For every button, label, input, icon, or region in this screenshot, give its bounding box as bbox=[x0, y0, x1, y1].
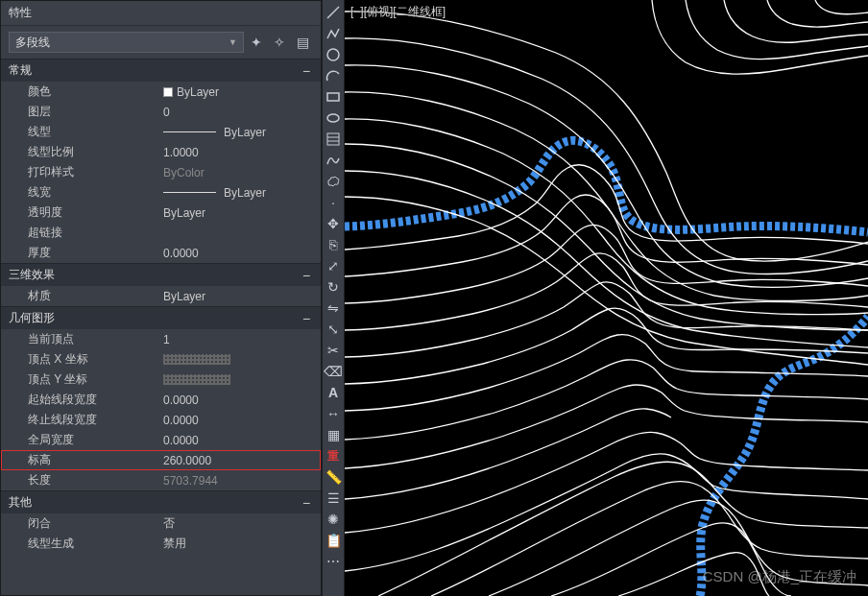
label-current-vertex: 当前顶点 bbox=[1, 331, 159, 347]
cat-general-label: 常规 bbox=[9, 62, 32, 79]
row-global-width[interactable]: 全局宽度 0.0000 bbox=[1, 430, 321, 450]
value-lineweight: ByLayer bbox=[159, 186, 321, 200]
value-color: ByLayer bbox=[159, 85, 321, 99]
label-transparency: 透明度 bbox=[1, 204, 159, 221]
chevron-down-icon: ▼ bbox=[229, 37, 237, 47]
tool-hatch-icon[interactable] bbox=[323, 129, 344, 150]
row-hyperlink[interactable]: 超链接 bbox=[1, 223, 321, 243]
svg-point-1 bbox=[327, 49, 339, 60]
cat-effect3d[interactable]: 三维效果 − bbox=[1, 263, 321, 286]
row-start-width[interactable]: 起始线段宽度 0.0000 bbox=[1, 390, 321, 410]
label-elevation: 标高 bbox=[1, 452, 159, 468]
label-end-width: 终止线段宽度 bbox=[1, 412, 159, 428]
quick-select-icon[interactable]: ✦ bbox=[246, 32, 267, 53]
svg-rect-4 bbox=[327, 133, 339, 145]
tool-table-icon[interactable]: ▦ bbox=[323, 424, 344, 445]
row-length[interactable]: 长度 5703.7944 bbox=[1, 470, 321, 490]
tool-trim-icon[interactable]: ✂ bbox=[323, 340, 344, 361]
tool-move-icon[interactable]: ✥ bbox=[323, 213, 344, 234]
cat-effect3d-label: 三维效果 bbox=[9, 267, 55, 283]
row-vertex-x[interactable]: 顶点 X 坐标 bbox=[1, 349, 321, 370]
tool-spline-icon[interactable] bbox=[323, 150, 344, 171]
row-material[interactable]: 材质 ByLayer bbox=[1, 286, 321, 306]
label-layer: 图层 bbox=[1, 104, 159, 120]
tool-extra-icon[interactable]: ⋯ bbox=[323, 551, 344, 572]
value-start-width: 0.0000 bbox=[159, 393, 321, 407]
value-transparency: ByLayer bbox=[159, 206, 321, 220]
label-lineweight: 线宽 bbox=[1, 184, 159, 201]
row-thickness[interactable]: 厚度 0.0000 bbox=[1, 243, 321, 263]
tool-dimension-icon[interactable]: ↔ bbox=[323, 403, 344, 424]
tool-revcloud-icon[interactable] bbox=[323, 171, 344, 192]
minus-icon: − bbox=[300, 311, 313, 326]
row-ltgen[interactable]: 线型生成 禁用 bbox=[1, 534, 321, 554]
cat-geometry-label: 几何图形 bbox=[9, 310, 55, 326]
label-plotstyle: 打印样式 bbox=[1, 164, 159, 180]
value-vertex-y bbox=[159, 374, 321, 385]
linetype-sample-icon bbox=[163, 131, 216, 132]
tool-text-icon[interactable]: A bbox=[323, 382, 344, 403]
svg-point-3 bbox=[327, 114, 339, 122]
tool-polyline-icon[interactable] bbox=[323, 23, 344, 44]
value-current-vertex: 1 bbox=[159, 333, 321, 346]
value-linetype: ByLayer bbox=[159, 126, 321, 139]
row-vertex-y[interactable]: 顶点 Y 坐标 bbox=[1, 370, 321, 390]
row-plotstyle[interactable]: 打印样式 ByColor bbox=[1, 162, 321, 182]
label-length: 长度 bbox=[1, 472, 159, 489]
tool-ellipse-icon[interactable] bbox=[323, 107, 344, 129]
tool-mirror-icon[interactable]: ⇋ bbox=[323, 298, 344, 319]
value-plotstyle: ByColor bbox=[159, 166, 321, 179]
cat-geometry[interactable]: 几何图形 − bbox=[1, 306, 321, 329]
row-linetype[interactable]: 线型 ByLayer bbox=[1, 122, 321, 142]
select-objects-icon[interactable]: ▤ bbox=[292, 32, 313, 53]
row-transparency[interactable]: 透明度 ByLayer bbox=[1, 203, 321, 223]
tool-line-icon[interactable] bbox=[323, 2, 344, 23]
selected-polyline bbox=[345, 140, 868, 232]
row-elevation[interactable]: 标高 260.0000 bbox=[1, 450, 321, 470]
properties-panel: 特性 多段线 ▼ ✦ ✧ ▤ 常规 − 颜色 ByLayer 图层 0 线型 B… bbox=[0, 0, 322, 596]
value-end-width: 0.0000 bbox=[159, 414, 321, 427]
tool-light-icon[interactable]: ✺ bbox=[323, 509, 344, 530]
value-material: ByLayer bbox=[159, 290, 321, 303]
row-closed[interactable]: 闭合 否 bbox=[1, 513, 321, 534]
row-current-vertex[interactable]: 当前顶点 1 bbox=[1, 329, 321, 349]
tool-stretch-icon[interactable]: ⤢ bbox=[323, 255, 344, 276]
lineweight-sample-icon bbox=[163, 192, 216, 193]
row-lineweight[interactable]: 线宽 ByLayer bbox=[1, 182, 321, 203]
value-layer: 0 bbox=[159, 106, 321, 119]
tool-copy-icon[interactable]: ⎘ bbox=[323, 234, 344, 255]
row-end-width[interactable]: 终止线段宽度 0.0000 bbox=[1, 410, 321, 430]
value-ltgen: 禁用 bbox=[159, 536, 321, 552]
row-color[interactable]: 颜色 ByLayer bbox=[1, 82, 321, 102]
label-material: 材质 bbox=[1, 288, 159, 304]
row-layer[interactable]: 图层 0 bbox=[1, 102, 321, 122]
tool-layer-icon[interactable]: ☰ bbox=[323, 488, 344, 509]
pick-add-icon[interactable]: ✧ bbox=[269, 32, 290, 53]
minus-icon: − bbox=[300, 63, 313, 79]
value-elevation: 260.0000 bbox=[159, 454, 321, 467]
cat-general[interactable]: 常规 − bbox=[1, 59, 321, 82]
tool-paste-icon[interactable]: 📋 bbox=[323, 530, 344, 551]
panel-title: 特性 bbox=[1, 1, 321, 26]
tool-arc-icon[interactable] bbox=[323, 65, 344, 86]
row-ltscale[interactable]: 线型比例 1.0000 bbox=[1, 142, 321, 162]
tool-measure-icon[interactable]: 📏 bbox=[323, 466, 344, 488]
minus-icon: − bbox=[300, 495, 313, 511]
label-thickness: 厚度 bbox=[1, 245, 159, 261]
object-type-dropdown[interactable]: 多段线 ▼ bbox=[9, 32, 244, 53]
tool-circle-icon[interactable] bbox=[323, 44, 344, 65]
tool-scale-icon[interactable]: ⤡ bbox=[323, 319, 344, 340]
object-type-label: 多段线 bbox=[15, 35, 50, 51]
tool-erase-icon[interactable]: ⌫ bbox=[323, 361, 344, 382]
viewport-label[interactable]: [−][俯视][二维线框] bbox=[350, 4, 446, 20]
label-vertex-x: 顶点 X 坐标 bbox=[1, 351, 159, 368]
value-vertex-x bbox=[159, 354, 321, 365]
cat-other[interactable]: 其他 − bbox=[1, 490, 321, 513]
tool-point-icon[interactable]: · bbox=[323, 192, 344, 213]
viewport[interactable]: [−][俯视][二维线框] CSDN @杨港_正在缓冲 bbox=[345, 0, 868, 596]
label-linetype: 线型 bbox=[1, 124, 159, 140]
tool-block-icon[interactable]: 重 bbox=[323, 445, 344, 466]
tool-rotate-icon[interactable]: ↻ bbox=[323, 276, 344, 298]
svg-rect-2 bbox=[327, 93, 339, 101]
tool-rectangle-icon[interactable] bbox=[323, 86, 344, 107]
